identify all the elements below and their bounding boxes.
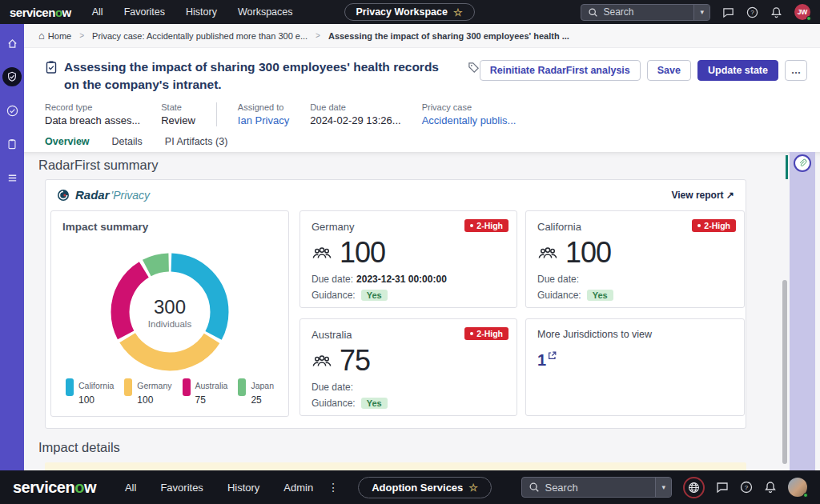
nav-all[interactable]: All: [92, 6, 103, 18]
paperclip-icon: [798, 158, 807, 168]
meta-record-type: Record type Data breach asses...: [45, 102, 140, 126]
help-icon[interactable]: ?: [740, 481, 753, 494]
chat-icon[interactable]: [716, 481, 729, 494]
radar-logo-icon: [57, 189, 70, 202]
breadcrumb-home[interactable]: ⌂Home: [38, 30, 71, 42]
impact-details-title: Impact details: [38, 440, 120, 455]
top-nav-items: All Favorites History Workspaces: [92, 6, 293, 18]
bottom-search: ▾: [521, 477, 672, 498]
chevron-down-icon: ▾: [700, 8, 704, 16]
svg-text:?: ?: [750, 9, 754, 16]
severity-badge: 2-High: [692, 219, 736, 232]
clipboard-icon[interactable]: [2, 134, 22, 154]
presence-dot: [803, 493, 808, 498]
jurisdiction-card-australia: Australia 2-High 75 Due date: Guidance:Y…: [299, 318, 517, 416]
search-scope-caret[interactable]: ▾: [693, 5, 709, 20]
radarfirst-summary-card: Radar'Privacy View report ↗ Impact summa…: [45, 179, 746, 429]
individuals-count: 100: [565, 236, 611, 270]
people-group-icon: [537, 246, 558, 260]
svg-text:?: ?: [745, 484, 749, 491]
top-nav-bar: servicenow All Favorites History Workspa…: [0, 0, 820, 24]
due-date-value: 2023-12-31 00:00:00: [356, 274, 447, 285]
globe-icon[interactable]: [683, 477, 705, 498]
home-icon[interactable]: [2, 34, 22, 53]
legend-swatch: [124, 378, 132, 396]
more-actions-button[interactable]: …: [785, 60, 807, 81]
badge-dot: [697, 224, 701, 227]
badge-dot: [470, 332, 473, 335]
clipboard-check-icon: [45, 61, 58, 74]
attachments-button[interactable]: [794, 154, 811, 172]
nav-history[interactable]: History: [227, 482, 259, 494]
bottom-nav-items: All Favorites History Admin: [125, 482, 313, 494]
more-jurisdictions-label: More Jurisdictions to view: [537, 329, 733, 340]
right-panel-rail: [790, 152, 815, 470]
user-avatar[interactable]: JW: [794, 4, 810, 20]
presence-dot: [806, 16, 811, 21]
breadcrumb-separator: >: [79, 31, 84, 40]
more-jurisdictions-link[interactable]: 1: [537, 351, 733, 370]
logo-green-o: o: [55, 6, 62, 19]
chevron-down-icon: ▾: [661, 483, 665, 491]
severity-badge: 2-High: [464, 219, 508, 232]
severity-badge: 2-High: [464, 327, 508, 340]
nav-history[interactable]: History: [186, 6, 217, 18]
save-button[interactable]: Save: [647, 60, 691, 81]
list-menu-icon[interactable]: [2, 168, 22, 187]
legend-item-australia: Australia75: [183, 378, 228, 406]
search-icon: [529, 482, 540, 493]
star-icon[interactable]: ☆: [453, 7, 463, 18]
nav-favorites[interactable]: Favorites: [124, 6, 165, 18]
servicenow-logo[interactable]: servicenow: [10, 6, 71, 19]
reinitiate-radarfirst-button[interactable]: Reinitiate RadarFirst analysis: [480, 60, 641, 81]
help-icon[interactable]: ?: [746, 6, 758, 18]
overflow-menu-icon[interactable]: ⋮: [328, 481, 339, 494]
check-circle-icon[interactable]: [2, 101, 22, 120]
jurisdiction-card-germany: Germany 2-High 100 Due date:2023-12-31 0…: [299, 210, 517, 308]
meta-due-date: Due date 2024-02-29 13:26...: [310, 102, 400, 126]
search-input[interactable]: [603, 6, 687, 18]
people-group-icon: [312, 354, 332, 368]
workspace-pill[interactable]: Adoption Services ☆: [358, 477, 492, 498]
notifications-bell-icon[interactable]: [770, 6, 782, 18]
record-meta: Record type Data breach asses... State R…: [24, 94, 820, 126]
workspace-pill-label: Adoption Services: [372, 482, 463, 494]
logo-green-o: o: [74, 478, 84, 496]
breadcrumb-privacy-case[interactable]: Privacy case: Accidentally published mor…: [92, 31, 308, 41]
radarfirst-summary-title: RadarFirst summary: [38, 158, 158, 173]
view-report-link[interactable]: View report ↗: [671, 190, 734, 201]
guidance-pill: Yes: [361, 290, 388, 301]
star-icon[interactable]: ☆: [468, 482, 478, 493]
shield-check-icon[interactable]: [2, 67, 22, 86]
badge-dot: [470, 224, 473, 227]
home-icon: ⌂: [38, 30, 45, 42]
workspace-pill-label: Privacy Workspace: [356, 6, 448, 18]
tag-icon[interactable]: [468, 62, 480, 74]
record-header: Assessing the impact of sharing 300 empl…: [24, 48, 820, 152]
search-input[interactable]: [545, 482, 649, 494]
impact-summary-card: Impact summary 300 Individuals Californi…: [50, 210, 289, 417]
nav-favorites[interactable]: Favorites: [160, 482, 203, 494]
bottom-right-controls: ▾ ?: [521, 477, 807, 498]
privacy-case-link[interactable]: Accidentally publis...: [422, 114, 517, 126]
people-group-icon: [312, 246, 332, 260]
search-scope-caret[interactable]: ▾: [655, 478, 671, 497]
breadcrumb-current: Assessing the impact of sharing 300 empl…: [328, 31, 569, 41]
vertical-scrollbar[interactable]: [782, 280, 787, 464]
legend-item-california: California100: [66, 378, 114, 406]
user-avatar[interactable]: [788, 478, 807, 497]
individuals-count: 100: [340, 236, 385, 270]
rail-active-indicator: [786, 155, 788, 179]
notifications-bell-icon[interactable]: [764, 481, 777, 494]
servicenow-logo[interactable]: servicenow: [13, 478, 96, 497]
breadcrumb: ⌂Home > Privacy case: Accidentally publi…: [24, 24, 820, 48]
chat-icon[interactable]: [722, 6, 734, 18]
update-state-button[interactable]: Update state: [697, 60, 778, 81]
nav-admin[interactable]: Admin: [283, 482, 313, 494]
assigned-to-link[interactable]: Ian Privacy: [238, 114, 289, 126]
impact-summary-title: Impact summary: [62, 221, 148, 233]
legend-swatch: [66, 378, 74, 396]
nav-all[interactable]: All: [125, 482, 136, 494]
workspace-pill[interactable]: Privacy Workspace ☆: [344, 3, 475, 21]
nav-workspaces[interactable]: Workspaces: [238, 6, 293, 18]
